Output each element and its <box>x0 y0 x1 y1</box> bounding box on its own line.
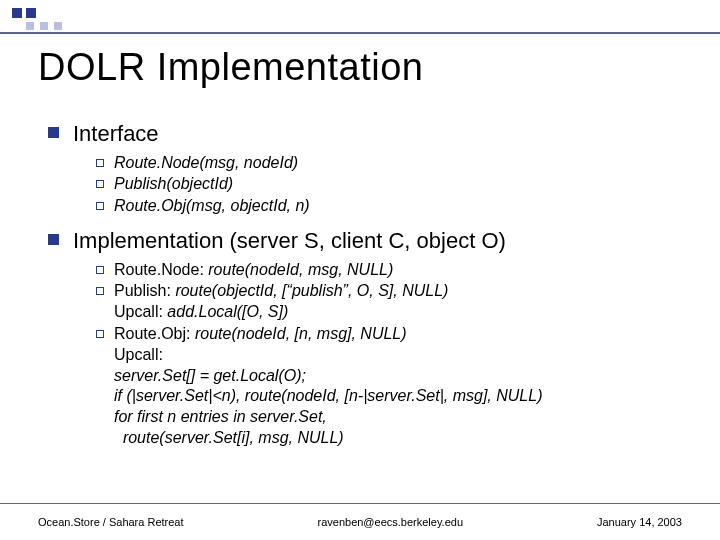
footer: Ocean.Store / Sahara Retreat ravenben@ee… <box>38 516 682 528</box>
section-heading-text: Interface <box>73 120 159 149</box>
section-heading: Implementation (server S, client C, obje… <box>48 227 696 256</box>
list-item: Route.Obj: route(nodeId, [n, msg], NULL)… <box>96 324 696 449</box>
list-item: Route.Obj(msg, objectId, n) <box>96 196 696 217</box>
list-item-text: Publish(objectId) <box>114 174 233 195</box>
bullet-hollow-icon <box>96 266 104 274</box>
subitems: Route.Node: route(nodeId, msg, NULL)Publ… <box>96 260 696 449</box>
bullet-hollow-icon <box>96 330 104 338</box>
corner-deco-2 <box>26 22 62 30</box>
bullet-hollow-icon <box>96 180 104 188</box>
section-heading-text: Implementation (server S, client C, obje… <box>73 227 506 256</box>
bullet-hollow-icon <box>96 159 104 167</box>
list-item-text: Route.Node: route(nodeId, msg, NULL) <box>114 260 393 281</box>
footer-center: ravenben@eecs.berkeley.edu <box>318 516 464 528</box>
bottom-rule <box>0 503 720 505</box>
bullet-hollow-icon <box>96 287 104 295</box>
slide-title: DOLR Implementation <box>38 46 423 89</box>
footer-left: Ocean.Store / Sahara Retreat <box>38 516 184 528</box>
section-heading: Interface <box>48 120 696 149</box>
bullet-solid-icon <box>48 127 59 138</box>
top-rule <box>0 32 720 34</box>
slide-body: InterfaceRoute.Node(msg, nodeId)Publish(… <box>48 112 696 459</box>
list-item-text: Publish: route(objectId, [“publish”, O, … <box>114 281 448 323</box>
bullet-hollow-icon <box>96 202 104 210</box>
list-item: Route.Node: route(nodeId, msg, NULL) <box>96 260 696 281</box>
list-item-text: Route.Obj(msg, objectId, n) <box>114 196 310 217</box>
bullet-solid-icon <box>48 234 59 245</box>
list-item: Route.Node(msg, nodeId) <box>96 153 696 174</box>
subitems: Route.Node(msg, nodeId)Publish(objectId)… <box>96 153 696 217</box>
list-item-text: Route.Node(msg, nodeId) <box>114 153 298 174</box>
list-item: Publish(objectId) <box>96 174 696 195</box>
list-item-text: Route.Obj: route(nodeId, [n, msg], NULL)… <box>114 324 542 449</box>
list-item: Publish: route(objectId, [“publish”, O, … <box>96 281 696 323</box>
footer-right: January 14, 2003 <box>597 516 682 528</box>
corner-deco <box>12 8 36 18</box>
